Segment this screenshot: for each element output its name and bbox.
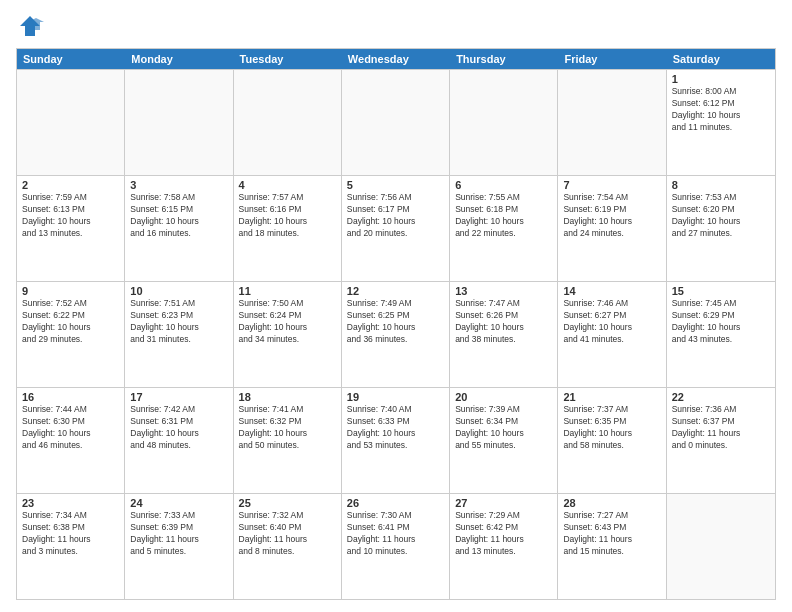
day-info: Sunrise: 7:56 AM Sunset: 6:17 PM Dayligh… [347, 192, 444, 240]
day-info: Sunrise: 7:40 AM Sunset: 6:33 PM Dayligh… [347, 404, 444, 452]
day-info: Sunrise: 7:32 AM Sunset: 6:40 PM Dayligh… [239, 510, 336, 558]
calendar-body: 1Sunrise: 8:00 AM Sunset: 6:12 PM Daylig… [17, 69, 775, 599]
day-number: 7 [563, 179, 660, 191]
calendar-header: SundayMondayTuesdayWednesdayThursdayFrid… [17, 49, 775, 69]
day-info: Sunrise: 7:42 AM Sunset: 6:31 PM Dayligh… [130, 404, 227, 452]
day-info: Sunrise: 7:29 AM Sunset: 6:42 PM Dayligh… [455, 510, 552, 558]
day-info: Sunrise: 7:41 AM Sunset: 6:32 PM Dayligh… [239, 404, 336, 452]
calendar-cell [125, 70, 233, 175]
weekday-header-sunday: Sunday [17, 49, 125, 69]
weekday-header-wednesday: Wednesday [342, 49, 450, 69]
weekday-header-saturday: Saturday [667, 49, 775, 69]
weekday-header-tuesday: Tuesday [234, 49, 342, 69]
day-number: 24 [130, 497, 227, 509]
calendar-cell: 19Sunrise: 7:40 AM Sunset: 6:33 PM Dayli… [342, 388, 450, 493]
day-number: 16 [22, 391, 119, 403]
day-info: Sunrise: 8:00 AM Sunset: 6:12 PM Dayligh… [672, 86, 770, 134]
calendar-cell: 21Sunrise: 7:37 AM Sunset: 6:35 PM Dayli… [558, 388, 666, 493]
calendar-cell: 13Sunrise: 7:47 AM Sunset: 6:26 PM Dayli… [450, 282, 558, 387]
day-info: Sunrise: 7:53 AM Sunset: 6:20 PM Dayligh… [672, 192, 770, 240]
calendar-cell: 5Sunrise: 7:56 AM Sunset: 6:17 PM Daylig… [342, 176, 450, 281]
calendar-cell [450, 70, 558, 175]
calendar-cell [234, 70, 342, 175]
day-info: Sunrise: 7:45 AM Sunset: 6:29 PM Dayligh… [672, 298, 770, 346]
day-number: 18 [239, 391, 336, 403]
calendar-cell: 15Sunrise: 7:45 AM Sunset: 6:29 PM Dayli… [667, 282, 775, 387]
weekday-header-monday: Monday [125, 49, 233, 69]
calendar-cell [342, 70, 450, 175]
calendar-row-3: 16Sunrise: 7:44 AM Sunset: 6:30 PM Dayli… [17, 387, 775, 493]
day-number: 8 [672, 179, 770, 191]
day-number: 11 [239, 285, 336, 297]
day-number: 15 [672, 285, 770, 297]
calendar-row-2: 9Sunrise: 7:52 AM Sunset: 6:22 PM Daylig… [17, 281, 775, 387]
day-info: Sunrise: 7:50 AM Sunset: 6:24 PM Dayligh… [239, 298, 336, 346]
calendar-cell: 11Sunrise: 7:50 AM Sunset: 6:24 PM Dayli… [234, 282, 342, 387]
calendar-cell: 8Sunrise: 7:53 AM Sunset: 6:20 PM Daylig… [667, 176, 775, 281]
calendar-cell: 3Sunrise: 7:58 AM Sunset: 6:15 PM Daylig… [125, 176, 233, 281]
day-number: 26 [347, 497, 444, 509]
day-number: 20 [455, 391, 552, 403]
day-number: 17 [130, 391, 227, 403]
day-info: Sunrise: 7:54 AM Sunset: 6:19 PM Dayligh… [563, 192, 660, 240]
day-number: 4 [239, 179, 336, 191]
day-number: 22 [672, 391, 770, 403]
calendar-row-0: 1Sunrise: 8:00 AM Sunset: 6:12 PM Daylig… [17, 69, 775, 175]
calendar-cell: 6Sunrise: 7:55 AM Sunset: 6:18 PM Daylig… [450, 176, 558, 281]
weekday-header-thursday: Thursday [450, 49, 558, 69]
calendar-cell: 12Sunrise: 7:49 AM Sunset: 6:25 PM Dayli… [342, 282, 450, 387]
calendar-row-1: 2Sunrise: 7:59 AM Sunset: 6:13 PM Daylig… [17, 175, 775, 281]
calendar: SundayMondayTuesdayWednesdayThursdayFrid… [16, 48, 776, 600]
calendar-cell: 27Sunrise: 7:29 AM Sunset: 6:42 PM Dayli… [450, 494, 558, 599]
day-info: Sunrise: 7:58 AM Sunset: 6:15 PM Dayligh… [130, 192, 227, 240]
day-number: 13 [455, 285, 552, 297]
day-number: 14 [563, 285, 660, 297]
day-info: Sunrise: 7:52 AM Sunset: 6:22 PM Dayligh… [22, 298, 119, 346]
calendar-cell: 28Sunrise: 7:27 AM Sunset: 6:43 PM Dayli… [558, 494, 666, 599]
logo [16, 12, 48, 40]
calendar-cell: 10Sunrise: 7:51 AM Sunset: 6:23 PM Dayli… [125, 282, 233, 387]
calendar-cell [667, 494, 775, 599]
calendar-cell: 4Sunrise: 7:57 AM Sunset: 6:16 PM Daylig… [234, 176, 342, 281]
day-number: 2 [22, 179, 119, 191]
day-info: Sunrise: 7:55 AM Sunset: 6:18 PM Dayligh… [455, 192, 552, 240]
calendar-row-4: 23Sunrise: 7:34 AM Sunset: 6:38 PM Dayli… [17, 493, 775, 599]
calendar-cell [558, 70, 666, 175]
calendar-cell: 17Sunrise: 7:42 AM Sunset: 6:31 PM Dayli… [125, 388, 233, 493]
calendar-cell: 16Sunrise: 7:44 AM Sunset: 6:30 PM Dayli… [17, 388, 125, 493]
calendar-cell: 20Sunrise: 7:39 AM Sunset: 6:34 PM Dayli… [450, 388, 558, 493]
day-info: Sunrise: 7:44 AM Sunset: 6:30 PM Dayligh… [22, 404, 119, 452]
calendar-cell: 7Sunrise: 7:54 AM Sunset: 6:19 PM Daylig… [558, 176, 666, 281]
day-number: 6 [455, 179, 552, 191]
day-info: Sunrise: 7:47 AM Sunset: 6:26 PM Dayligh… [455, 298, 552, 346]
calendar-cell: 22Sunrise: 7:36 AM Sunset: 6:37 PM Dayli… [667, 388, 775, 493]
day-info: Sunrise: 7:49 AM Sunset: 6:25 PM Dayligh… [347, 298, 444, 346]
day-info: Sunrise: 7:51 AM Sunset: 6:23 PM Dayligh… [130, 298, 227, 346]
day-number: 5 [347, 179, 444, 191]
day-info: Sunrise: 7:30 AM Sunset: 6:41 PM Dayligh… [347, 510, 444, 558]
header [16, 12, 776, 40]
day-info: Sunrise: 7:57 AM Sunset: 6:16 PM Dayligh… [239, 192, 336, 240]
day-number: 19 [347, 391, 444, 403]
day-number: 25 [239, 497, 336, 509]
calendar-cell: 24Sunrise: 7:33 AM Sunset: 6:39 PM Dayli… [125, 494, 233, 599]
day-number: 23 [22, 497, 119, 509]
day-number: 3 [130, 179, 227, 191]
weekday-header-friday: Friday [558, 49, 666, 69]
day-info: Sunrise: 7:33 AM Sunset: 6:39 PM Dayligh… [130, 510, 227, 558]
calendar-cell: 1Sunrise: 8:00 AM Sunset: 6:12 PM Daylig… [667, 70, 775, 175]
day-number: 1 [672, 73, 770, 85]
calendar-cell: 14Sunrise: 7:46 AM Sunset: 6:27 PM Dayli… [558, 282, 666, 387]
day-number: 27 [455, 497, 552, 509]
day-number: 21 [563, 391, 660, 403]
day-number: 28 [563, 497, 660, 509]
day-info: Sunrise: 7:46 AM Sunset: 6:27 PM Dayligh… [563, 298, 660, 346]
calendar-cell: 9Sunrise: 7:52 AM Sunset: 6:22 PM Daylig… [17, 282, 125, 387]
page: SundayMondayTuesdayWednesdayThursdayFrid… [0, 0, 792, 612]
logo-icon [16, 12, 44, 40]
day-info: Sunrise: 7:37 AM Sunset: 6:35 PM Dayligh… [563, 404, 660, 452]
day-number: 9 [22, 285, 119, 297]
calendar-cell [17, 70, 125, 175]
calendar-cell: 26Sunrise: 7:30 AM Sunset: 6:41 PM Dayli… [342, 494, 450, 599]
day-info: Sunrise: 7:39 AM Sunset: 6:34 PM Dayligh… [455, 404, 552, 452]
